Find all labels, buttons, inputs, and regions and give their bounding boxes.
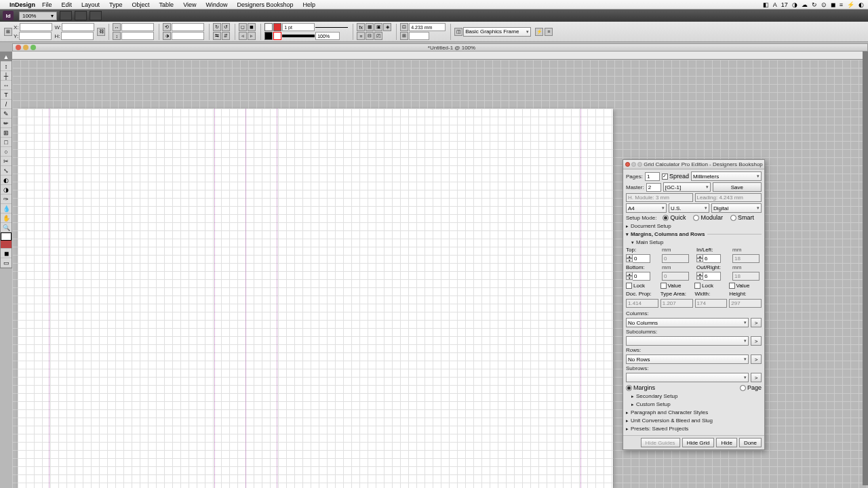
margins-section[interactable]: ▾Margins, Columns and Rows xyxy=(626,231,762,237)
rows-dropdown[interactable]: No Rows xyxy=(626,354,749,364)
quick-apply-icon[interactable]: ⚡ xyxy=(535,28,543,36)
pagesize-dropdown[interactable]: A4 xyxy=(626,203,667,213)
stroke-weight-field[interactable] xyxy=(282,23,315,31)
wrap-jump-icon[interactable]: ≡ xyxy=(357,32,365,40)
shear-field[interactable] xyxy=(172,32,204,40)
top-spinner[interactable]: ▴▾ xyxy=(626,254,660,263)
rectangle-frame-tool[interactable]: ⊞ xyxy=(1,128,12,138)
ellipse-tool[interactable]: ○ xyxy=(1,147,12,157)
subrows-dropdown[interactable] xyxy=(626,373,749,382)
flip-h-icon[interactable]: ⇋ xyxy=(213,32,221,40)
menu-help[interactable]: Help xyxy=(303,1,316,8)
hide-grid-button[interactable]: Hide Grid xyxy=(682,438,715,447)
subrows-next-button[interactable]: > xyxy=(751,373,762,382)
scale-y-icon[interactable]: ↕ xyxy=(113,32,121,40)
zoom-tool[interactable]: 🔍 xyxy=(1,223,12,232)
fill-color-swatch[interactable] xyxy=(1,232,12,241)
menu-object[interactable]: Object xyxy=(132,1,150,8)
flip-v-icon[interactable]: ⇵ xyxy=(222,32,230,40)
tracking-field[interactable] xyxy=(409,32,429,40)
render-dropdown[interactable]: Digital xyxy=(711,203,762,213)
status-icon[interactable]: ⚡ xyxy=(847,1,854,8)
subcolumns-next-button[interactable]: > xyxy=(751,336,762,346)
reference-point-icon[interactable]: ⊞ xyxy=(4,28,12,36)
hide-button[interactable]: Hide xyxy=(716,438,736,447)
wrap-column-icon[interactable]: ⊟ xyxy=(366,32,374,40)
x-field[interactable] xyxy=(20,23,52,31)
margin-guide[interactable] xyxy=(49,108,50,488)
page-radio[interactable]: Page xyxy=(740,384,762,391)
eyedropper-tool[interactable]: 💧 xyxy=(1,204,12,214)
master-field[interactable] xyxy=(646,183,661,192)
rotate-ccw-icon[interactable]: ↺ xyxy=(222,23,230,31)
note-tool[interactable]: ✑ xyxy=(1,195,12,204)
h-field[interactable] xyxy=(61,32,94,40)
custom-setup-section[interactable]: ▸Custom Setup xyxy=(631,401,762,407)
stroke-swatch[interactable] xyxy=(264,32,273,40)
document-titlebar[interactable]: *Untitled-1 @ 100% xyxy=(12,43,868,52)
value-1-checkbox[interactable]: Value xyxy=(660,283,694,289)
columns-dropdown[interactable]: No Columns xyxy=(626,318,749,327)
direct-selection-tool[interactable]: ↕ xyxy=(1,62,12,71)
status-icon[interactable]: ◼ xyxy=(831,1,835,8)
status-icon[interactable]: ☁ xyxy=(802,1,808,8)
status-icon[interactable]: ◐ xyxy=(859,1,864,8)
fit-frame-icon[interactable]: ⊞ xyxy=(400,32,408,40)
leading-field[interactable] xyxy=(409,23,446,31)
column-guide[interactable] xyxy=(245,108,246,488)
constrain-icon[interactable]: ⛓ xyxy=(97,28,105,36)
stroke-color-swatch[interactable] xyxy=(1,241,12,249)
free-transform-tool[interactable]: ⤡ xyxy=(1,166,12,176)
menu-edit[interactable]: Edit xyxy=(62,1,73,8)
zoom-field[interactable]: 100%▾ xyxy=(19,12,57,20)
line-tool[interactable]: / xyxy=(1,100,12,109)
rotate-icon[interactable]: ⟲ xyxy=(163,23,171,31)
wrap-shape-icon[interactable]: ◈ xyxy=(383,23,391,31)
rotate-cw-icon[interactable]: ↻ xyxy=(213,23,221,31)
w-field[interactable] xyxy=(62,23,94,31)
close-icon[interactable] xyxy=(16,45,21,50)
columns-next-button[interactable]: > xyxy=(751,318,762,327)
presets-section[interactable]: ▸Presets: Saved Projects xyxy=(626,426,762,432)
type-tool[interactable]: T xyxy=(1,90,12,100)
object-style-dropdown[interactable]: Basic Graphics Frame xyxy=(463,27,531,37)
panel-zoom-icon[interactable] xyxy=(637,162,642,167)
pencil-tool[interactable]: ✏ xyxy=(1,119,12,128)
menu-table[interactable]: Table xyxy=(159,1,174,8)
lock-1-checkbox[interactable]: Lock xyxy=(626,283,659,289)
stroke-none-icon[interactable] xyxy=(273,32,281,40)
status-icon[interactable]: ◑ xyxy=(792,1,797,8)
status-icon[interactable]: ↻ xyxy=(812,1,817,8)
right-dock[interactable] xyxy=(863,52,868,485)
corner-options-icon[interactable]: ◰ xyxy=(374,32,382,40)
column-guide[interactable] xyxy=(580,108,581,488)
arrange-icon[interactable] xyxy=(90,11,102,20)
secondary-setup-section[interactable]: ▸Secondary Setup xyxy=(631,393,762,399)
y-field[interactable] xyxy=(19,32,52,40)
menu-file[interactable]: File xyxy=(42,1,52,8)
fill-diagonal-icon[interactable] xyxy=(273,23,281,31)
mode-smart-radio[interactable]: Smart xyxy=(730,214,754,221)
mode-modular-radio[interactable]: Modular xyxy=(693,214,723,221)
main-setup-section[interactable]: ▾Main Setup xyxy=(631,239,762,245)
units-dropdown[interactable]: Millimeters xyxy=(691,171,762,181)
inleft-spinner[interactable]: ▴▾ xyxy=(696,254,730,263)
scale-x-icon[interactable]: ↔ xyxy=(113,23,121,31)
unit-conversion-section[interactable]: ▸Unit Conversion & Bleed and Slug xyxy=(626,418,762,424)
selection-tool[interactable]: ▲ xyxy=(1,52,12,62)
screen-mode-icon[interactable]: ▭ xyxy=(1,258,12,268)
done-button[interactable]: Done xyxy=(739,438,762,447)
object-style-icon[interactable]: ◫ xyxy=(454,28,462,36)
status-icon[interactable]: A xyxy=(773,1,777,8)
panel-close-icon[interactable] xyxy=(625,162,630,167)
bottom-spinner[interactable]: ▴▾ xyxy=(626,272,660,281)
select-next-icon[interactable]: ▹ xyxy=(248,32,256,40)
gradient-feather-tool[interactable]: ◑ xyxy=(1,185,12,195)
stroke-style-thin[interactable] xyxy=(315,27,348,28)
master-name-dropdown[interactable]: [GC-1] xyxy=(663,182,711,192)
value-2-checkbox[interactable]: Value xyxy=(729,283,762,289)
view-options-icon[interactable] xyxy=(60,11,72,20)
status-icon[interactable]: 17 xyxy=(781,1,788,8)
panel-menu-icon[interactable]: ≡ xyxy=(545,28,553,36)
rotate-field[interactable] xyxy=(172,23,204,31)
